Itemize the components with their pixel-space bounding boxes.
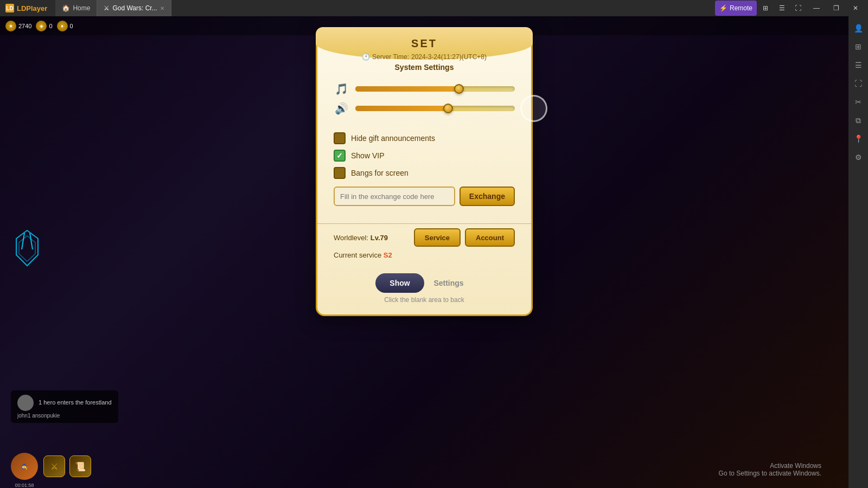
bangs-label: Bangs for screen: [351, 169, 409, 177]
spacer: [334, 121, 515, 132]
close-button[interactable]: ✕: [846, 0, 865, 16]
game-tab-icon: ⚔: [104, 4, 110, 12]
footer-service-row: Current service S2: [334, 251, 515, 259]
toolbar-btn-3[interactable]: ⛶: [790, 1, 806, 16]
tab-god-wars[interactable]: ⚔ God Wars: Cr... ✕: [97, 0, 171, 16]
top-bar-resource-3: ♦ 0: [57, 21, 73, 31]
current-service-text: Current service S2: [334, 251, 392, 259]
toolbar-btn-2[interactable]: ☰: [774, 1, 789, 16]
sound-slider-thumb[interactable]: [443, 104, 453, 113]
dialog-body: 🎵 🔊 Hide gift an: [317, 77, 531, 219]
top-bar-resource-2: ◈ 0: [36, 21, 52, 31]
dialog-server-time: 🕐 Server Time: 2024-3-24(11:27)(UTC+8): [328, 53, 520, 61]
sidebar-menu-icon[interactable]: ☰: [851, 57, 866, 73]
bangs-checkbox[interactable]: [334, 167, 346, 179]
app-name: LDPlayer: [17, 4, 47, 12]
resource-icon-1: ★: [5, 21, 16, 31]
current-service-label: Current service: [334, 251, 381, 259]
left-logo: [11, 228, 43, 277]
minimize-button[interactable]: —: [807, 0, 826, 16]
game-nav-icon-2[interactable]: 📜: [69, 455, 91, 477]
sound-slider-track[interactable]: [355, 106, 515, 111]
server-time-label: Server Time:: [372, 53, 409, 61]
cursor-circle: [520, 95, 547, 122]
restore-button[interactable]: ❐: [826, 0, 846, 16]
resource-icon-2: ◈: [36, 21, 47, 31]
game-avatar[interactable]: 🧙: [11, 453, 38, 480]
hide-gift-label: Hide gift announcements: [351, 134, 435, 143]
win-activate-line2: Go to Settings to activate Windows.: [719, 470, 821, 477]
show-vip-checkbox[interactable]: [334, 150, 346, 162]
bangs-row[interactable]: Bangs for screen: [334, 167, 515, 179]
hide-gift-row[interactable]: Hide gift announcements: [334, 132, 515, 144]
taskbar: LD LDPlayer 🏠 Home ⚔ God Wars: Cr... ✕ ⚡…: [0, 0, 868, 16]
home-icon: 🏠: [62, 4, 70, 12]
show-vip-row[interactable]: Show VIP: [334, 150, 515, 162]
notification-avatar: [17, 395, 34, 411]
sidebar-location-icon[interactable]: 📍: [851, 131, 866, 146]
sidebar-person-icon[interactable]: 👤: [851, 21, 866, 36]
clock-icon: 🕐: [362, 53, 370, 61]
dialog-title: SET: [328, 37, 520, 50]
music-icon: 🎵: [334, 82, 349, 95]
worldlevel-label: Worldlevel:: [334, 234, 368, 242]
worldlevel-text: Worldlevel: Lv.79: [334, 234, 388, 242]
sound-icon: 🔊: [334, 102, 349, 115]
current-service-value: S2: [384, 251, 392, 259]
music-slider-row: 🎵: [334, 82, 515, 95]
tab-close-icon[interactable]: ✕: [160, 5, 164, 11]
worldlevel-value: Lv.79: [371, 234, 388, 242]
svg-line-2: [22, 233, 24, 249]
show-vip-label: Show VIP: [351, 151, 384, 160]
remote-icon: ⚡: [719, 4, 727, 12]
notification-text: 1 hero enters the forestland: [39, 399, 112, 406]
sidebar-settings-icon[interactable]: ⚙: [851, 150, 866, 165]
sidebar-scissors-icon[interactable]: ✂: [851, 94, 866, 110]
music-slider-thumb[interactable]: [454, 84, 464, 94]
tab-home-label: Home: [73, 4, 90, 12]
exchange-input[interactable]: [334, 187, 455, 206]
right-sidebar: 👤 ⊞ ☰ ⛶ ✂ ⧉ 📍 ⚙: [848, 16, 868, 488]
top-bar-resource-1: ★ 2740: [5, 21, 31, 31]
footer-info: Worldlevel: Lv.79 Service Account Curren…: [317, 223, 531, 268]
notification-subtext: john1 ansonpukie: [17, 413, 112, 419]
server-time-value: 2024-3-24(11:27)(UTC+8): [411, 53, 487, 61]
sound-slider-fill: [355, 106, 448, 111]
win-activate-line1: Activate Windows: [719, 462, 821, 470]
sidebar-layers-icon[interactable]: ⧉: [851, 113, 866, 128]
remote-button[interactable]: ⚡ Remote: [715, 1, 757, 16]
tab-home[interactable]: 🏠 Home: [55, 0, 97, 16]
game-nav-icons: ⚔ 📜: [43, 455, 91, 477]
taskbar-tabs: 🏠 Home ⚔ God Wars: Cr... ✕: [55, 0, 171, 16]
exchange-row: Exchange: [334, 187, 515, 206]
account-button[interactable]: Account: [465, 228, 515, 247]
game-avatar-container: 🧙 00:01:58: [11, 453, 38, 480]
service-button[interactable]: Service: [414, 228, 461, 247]
tab-settings[interactable]: Settings: [424, 273, 473, 293]
click-hint: Click the blank area to back: [317, 296, 531, 304]
dialog-header: SET 🕐 Server Time: 2024-3-24(11:27)(UTC+…: [317, 29, 531, 77]
resource-icon-3: ♦: [57, 21, 68, 31]
game-area: ★ 2740 ◈ 0 ♦ 0 1 hero enters the forestl…: [0, 16, 848, 488]
sound-slider-row: 🔊: [334, 102, 515, 115]
music-slider-track[interactable]: [355, 86, 515, 92]
window-controls: — ❐ ✕: [807, 0, 865, 16]
music-slider-fill: [355, 86, 459, 92]
set-dialog: SET 🕐 Server Time: 2024-3-24(11:27)(UTC+…: [316, 27, 533, 316]
app-logo: LD LDPlayer: [0, 4, 53, 12]
resource-value-2: 0: [49, 23, 52, 29]
svg-line-3: [30, 233, 33, 249]
windows-activate: Activate Windows Go to Settings to activ…: [719, 462, 821, 477]
tab-show[interactable]: Show: [375, 273, 424, 293]
game-nav-icon-1[interactable]: ⚔: [43, 455, 65, 477]
logo-icon: LD: [5, 4, 14, 12]
sidebar-expand-icon[interactable]: ⛶: [851, 76, 866, 91]
footer-btn-group: Service Account: [414, 228, 515, 247]
resource-value-1: 2740: [18, 23, 31, 29]
notification-popup: 1 hero enters the forestland john1 anson…: [11, 390, 118, 423]
sidebar-grid-icon[interactable]: ⊞: [851, 39, 866, 54]
exchange-button[interactable]: Exchange: [459, 187, 515, 206]
hide-gift-checkbox[interactable]: [334, 132, 346, 144]
toolbar-btn-1[interactable]: ⊞: [758, 1, 773, 16]
avatar-img: 🧙: [21, 464, 28, 470]
